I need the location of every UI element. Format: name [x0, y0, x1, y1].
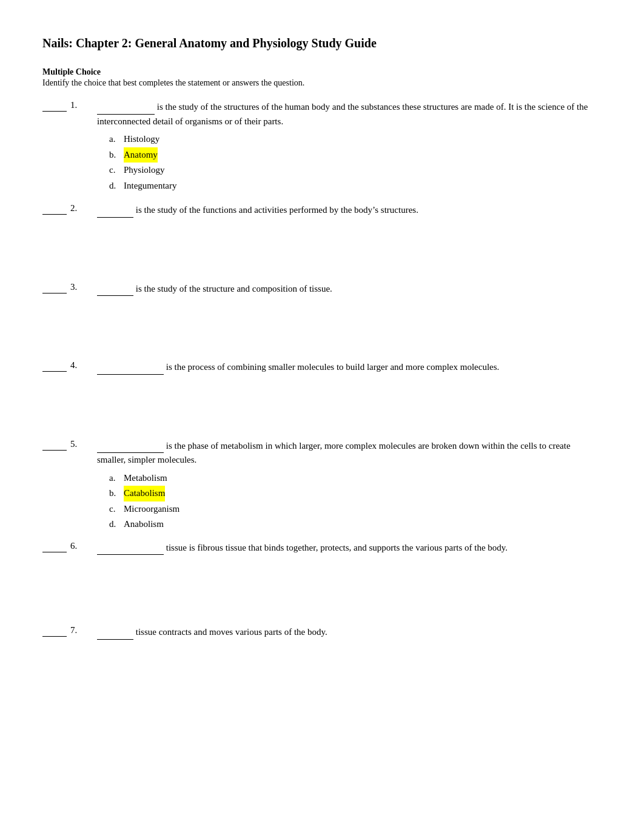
q5-choice-a-label: a.	[109, 471, 124, 486]
q7-num-col: 7.	[42, 625, 97, 637]
q3-text-content: is the study of the structure and compos…	[136, 284, 332, 293]
q6-spacer	[42, 558, 595, 625]
q1-choices: a. Histology b. Anatomy c. Physiology d.…	[109, 132, 595, 193]
q4-spacer	[42, 378, 595, 439]
q4-text-content: is the process of combining smaller mole…	[166, 362, 500, 372]
q4-answer-blank[interactable]	[42, 362, 67, 372]
q4-num-col: 4.	[42, 360, 97, 372]
q1-choice-c-text: Physiology	[124, 163, 165, 178]
question-row-3: 3. is the study of the structure and com…	[42, 282, 595, 361]
q1-body: is the study of the structures of the hu…	[97, 100, 595, 193]
q5-choice-b-text: Catabolism	[124, 486, 165, 501]
q5-number: 5.	[70, 439, 85, 449]
q6-text-content: tissue is fibrous tissue that binds toge…	[166, 543, 508, 552]
q5-choice-b: b. Catabolism	[109, 486, 595, 501]
page-container: Nails: Chapter 2: General Anatomy and Ph…	[42, 36, 595, 640]
question-row-4: 4. is the process of combining smaller m…	[42, 360, 595, 439]
q5-text: is the phase of metabolism in which larg…	[97, 439, 595, 467]
q5-choice-a-text: Metabolism	[124, 471, 167, 486]
q3-text: is the study of the structure and compos…	[97, 282, 595, 297]
q1-choice-b-label: b.	[109, 147, 124, 163]
q2-number: 2.	[70, 203, 85, 213]
q5-fill-blank	[97, 439, 164, 454]
q1-choice-a: a. Histology	[109, 132, 595, 147]
q5-choice-a: a. Metabolism	[109, 471, 595, 486]
q3-spacer	[42, 300, 595, 360]
q1-choice-d-label: d.	[109, 178, 124, 194]
q2-text: is the study of the functions and activi…	[97, 203, 595, 218]
q1-choice-d-text: Integumentary	[124, 178, 176, 194]
q5-choice-c-label: c.	[109, 501, 124, 517]
q2-answer-blank[interactable]	[42, 205, 67, 215]
q2-spacer	[42, 221, 595, 282]
q1-choice-c: c. Physiology	[109, 163, 595, 178]
q1-choice-a-label: a.	[109, 132, 124, 147]
q6-number: 6.	[70, 541, 85, 551]
q1-choice-b: b. Anatomy	[109, 147, 595, 163]
q1-num-col: 1.	[42, 100, 97, 112]
q5-choices: a. Metabolism b. Catabolism c. Microorga…	[109, 471, 595, 532]
q7-body: tissue contracts and moves various parts…	[97, 625, 595, 640]
q6-text: tissue is fibrous tissue that binds toge…	[97, 541, 595, 555]
questions-list: 1. is the study of the structures of the…	[42, 100, 595, 640]
page-title: Nails: Chapter 2: General Anatomy and Ph…	[42, 36, 595, 50]
q3-answer-blank[interactable]	[42, 284, 67, 293]
q2-fill-blank	[97, 203, 133, 218]
q3-body: is the study of the structure and compos…	[97, 282, 595, 297]
question-row-2: 2. is the study of the functions and act…	[42, 203, 595, 282]
q5-choice-c-text: Microorganism	[124, 501, 179, 517]
q5-choice-c: c. Microorganism	[109, 501, 595, 517]
q6-body: tissue is fibrous tissue that binds toge…	[97, 541, 595, 555]
q1-text: is the study of the structures of the hu…	[97, 100, 595, 128]
q5-choice-d-label: d.	[109, 517, 124, 532]
q5-choice-d-text: Anabolism	[124, 517, 164, 532]
q1-number: 1.	[70, 100, 85, 110]
q3-fill-blank	[97, 282, 133, 297]
q1-text-content: is the study of the structures of the hu…	[97, 102, 588, 126]
q3-number: 3.	[70, 282, 85, 292]
q4-number: 4.	[70, 360, 85, 371]
question-row-1: 1. is the study of the structures of the…	[42, 100, 595, 193]
section-type: Multiple Choice	[42, 67, 595, 77]
q1-choice-b-text: Anatomy	[124, 147, 158, 163]
q5-answer-blank[interactable]	[42, 441, 67, 451]
section-instruction: Identify the choice that best completes …	[42, 78, 595, 88]
q4-body: is the process of combining smaller mole…	[97, 360, 595, 375]
q2-text-content: is the study of the functions and activi…	[136, 205, 418, 215]
q6-num-col: 6.	[42, 541, 97, 552]
q1-choice-d: d. Integumentary	[109, 178, 595, 194]
q4-text: is the process of combining smaller mole…	[97, 360, 595, 375]
q2-body: is the study of the functions and activi…	[97, 203, 595, 218]
question-row-6: 6. tissue is fibrous tissue that binds t…	[42, 541, 595, 626]
q1-fill-blank	[97, 100, 155, 115]
q1-answer-blank[interactable]	[42, 102, 67, 112]
q3-num-col: 3.	[42, 282, 97, 293]
q5-choice-d: d. Anabolism	[109, 517, 595, 532]
q7-answer-blank[interactable]	[42, 627, 67, 637]
q5-body: is the phase of metabolism in which larg…	[97, 439, 595, 532]
q6-answer-blank[interactable]	[42, 543, 67, 552]
q5-choice-b-label: b.	[109, 486, 124, 501]
q7-number: 7.	[70, 625, 85, 635]
q1-choice-a-text: Histology	[124, 132, 159, 147]
q7-text: tissue contracts and moves various parts…	[97, 625, 595, 640]
q1-choice-c-label: c.	[109, 163, 124, 178]
q6-fill-blank	[97, 541, 164, 555]
q4-fill-blank	[97, 360, 164, 375]
q5-num-col: 5.	[42, 439, 97, 451]
question-row-5: 5. is the phase of metabolism in which l…	[42, 439, 595, 532]
q5-text-content: is the phase of metabolism in which larg…	[97, 441, 571, 465]
q7-fill-blank	[97, 625, 133, 640]
q7-text-content: tissue contracts and moves various parts…	[136, 627, 327, 637]
question-row-7: 7. tissue contracts and moves various pa…	[42, 625, 595, 640]
q2-num-col: 2.	[42, 203, 97, 215]
